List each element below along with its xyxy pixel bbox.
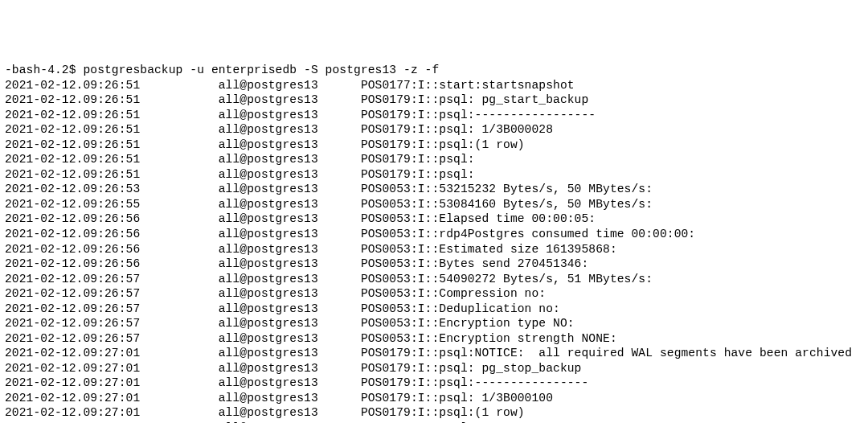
log-source: all@postgres13 — [219, 302, 361, 315]
log-source: all@postgres13 — [219, 317, 361, 330]
log-timestamp: 2021-02-12.09:26:51 — [5, 79, 219, 92]
log-line: 2021-02-12.09:26:56 all@postgres13 POS00… — [5, 257, 863, 272]
log-source: all@postgres13 — [219, 153, 361, 166]
log-message: POS0053:I::Deduplication no: — [361, 302, 560, 315]
log-source: all@postgres13 — [219, 168, 361, 181]
command-text: postgresbackup -u enterprisedb -S postgr… — [83, 64, 439, 76]
log-source: all@postgres13 — [219, 212, 361, 225]
log-timestamp: 2021-02-12.09:26:51 — [5, 138, 219, 151]
log-timestamp: 2021-02-12.09:27:01 — [5, 362, 219, 375]
log-message: POS0179:I::psql: 1/3B000028 — [361, 123, 553, 136]
log-timestamp: 2021-02-12.09:26:56 — [5, 212, 219, 225]
log-line: 2021-02-12.09:27:01 all@postgres13 POS01… — [5, 376, 863, 391]
log-line: 2021-02-12.09:26:57 all@postgres13 POS00… — [5, 272, 863, 287]
log-source: all@postgres13 — [219, 406, 361, 419]
log-message: POS0179:I::psql: — [361, 153, 475, 166]
log-source: all@postgres13 — [219, 79, 361, 92]
log-line: 2021-02-12.09:26:51 all@postgres13 POS01… — [5, 108, 863, 123]
log-message: POS0179:I::psql:(1 row) — [361, 406, 525, 419]
log-line: 2021-02-12.09:26:56 all@postgres13 POS00… — [5, 227, 863, 242]
log-timestamp: 2021-02-12.09:26:51 — [5, 93, 219, 106]
log-line: 2021-02-12.09:26:57 all@postgres13 POS00… — [5, 286, 863, 302]
log-line: 2021-02-12.09:27:01 all@postgres13 POS01… — [5, 361, 863, 376]
log-line: 2021-02-12.09:26:51 all@postgres13 POS01… — [5, 167, 863, 183]
log-line: 2021-02-12.09:26:56 all@postgres13 POS00… — [5, 242, 863, 257]
command-line: -bash-4.2$ postgresbackup -u enterprised… — [5, 63, 863, 78]
log-timestamp: 2021-02-12.09:26:56 — [5, 228, 219, 240]
terminal-output[interactable]: -bash-4.2$ postgresbackup -u enterprised… — [5, 63, 863, 423]
log-timestamp: 2021-02-12.09:26:57 — [5, 302, 219, 315]
log-timestamp: 2021-02-12.09:26:57 — [5, 287, 219, 300]
log-timestamp: 2021-02-12.09:26:51 — [5, 109, 219, 121]
log-timestamp: 2021-02-12.09:26:53 — [5, 183, 219, 195]
log-message: POS0053:I::54090272 Bytes/s, 51 MBytes/s… — [361, 273, 653, 285]
log-timestamp: 2021-02-12.09:26:57 — [5, 332, 219, 345]
log-line: 2021-02-12.09:26:51 all@postgres13 POS01… — [5, 122, 863, 138]
log-line: 2021-02-12.09:27:01 all@postgres13 POS01… — [5, 391, 863, 406]
log-source: all@postgres13 — [219, 273, 361, 285]
log-line: 2021-02-12.09:27:01 all@postgres13 POS01… — [5, 405, 863, 421]
log-message: POS0179:I::psql: — [361, 168, 475, 181]
shell-prompt: -bash-4.2$ — [5, 64, 83, 76]
log-message: POS0053:I::Bytes send 270451346: — [361, 257, 588, 270]
log-source: all@postgres13 — [219, 109, 361, 121]
log-source: all@postgres13 — [219, 362, 361, 375]
log-timestamp: 2021-02-12.09:26:57 — [5, 317, 219, 330]
log-line: 2021-02-12.09:26:57 all@postgres13 POS00… — [5, 331, 863, 347]
log-line: 2021-02-12.09:26:57 all@postgres13 POS00… — [5, 316, 863, 331]
log-timestamp: 2021-02-12.09:26:56 — [5, 257, 219, 270]
log-message: POS0053:I::rdp4Postgres consumed time 00… — [361, 228, 695, 240]
log-message: POS0053:I::53215232 Bytes/s, 50 MBytes/s… — [361, 183, 653, 195]
log-source: all@postgres13 — [219, 228, 361, 240]
log-timestamp: 2021-02-12.09:27:01 — [5, 392, 219, 405]
log-line: 2021-02-12.09:26:51 all@postgres13 POS01… — [5, 92, 863, 108]
log-timestamp: 2021-02-12.09:26:51 — [5, 168, 219, 181]
log-source: all@postgres13 — [219, 287, 361, 300]
log-line: 2021-02-12.09:26:53 all@postgres13 POS00… — [5, 182, 863, 197]
log-message: POS0179:I::psql: 1/3B000100 — [361, 392, 553, 405]
log-message: POS0179:I::psql: pg_start_backup — [361, 93, 588, 106]
log-timestamp: 2021-02-12.09:26:51 — [5, 123, 219, 136]
log-line: 2021-02-12.09:26:51 all@postgres13 POS01… — [5, 138, 863, 153]
log-message: POS0053:I::Encryption strength NONE: — [361, 332, 617, 345]
log-timestamp: 2021-02-12.09:26:56 — [5, 243, 219, 256]
log-timestamp: 2021-02-12.09:26:55 — [5, 198, 219, 211]
log-line: 2021-02-12.09:27:01 all@postgres13 POS01… — [5, 346, 863, 361]
log-message: POS0053:I::53084160 Bytes/s, 50 MBytes/s… — [361, 198, 653, 211]
log-source: all@postgres13 — [219, 347, 361, 359]
log-message: POS0053:I::Elapsed time 00:00:05: — [361, 212, 596, 225]
log-timestamp: 2021-02-12.09:26:51 — [5, 153, 219, 166]
log-message: POS0177:I::start:startsnapshot — [361, 79, 575, 92]
log-source: all@postgres13 — [219, 392, 361, 405]
log-source: all@postgres13 — [219, 198, 361, 211]
log-message: POS0179:I::psql:(1 row) — [361, 138, 525, 151]
log-timestamp: 2021-02-12.09:27:01 — [5, 376, 219, 389]
log-line: 2021-02-12.09:26:55 all@postgres13 POS00… — [5, 197, 863, 212]
log-line: 2021-02-12.09:26:56 all@postgres13 POS00… — [5, 212, 863, 227]
log-message: POS0053:I::Compression no: — [361, 287, 546, 300]
log-source: all@postgres13 — [219, 138, 361, 151]
log-message: POS0179:I::psql: pg_stop_backup — [361, 362, 582, 375]
log-message: POS0053:I::Estimated size 161395868: — [361, 243, 617, 256]
log-timestamp: 2021-02-12.09:27:01 — [5, 406, 219, 419]
log-source: all@postgres13 — [219, 257, 361, 270]
log-source: all@postgres13 — [219, 376, 361, 389]
log-source: all@postgres13 — [219, 332, 361, 345]
log-timestamp: 2021-02-12.09:27:01 — [5, 347, 219, 359]
log-message: POS0053:I::Encryption type NO: — [361, 317, 575, 330]
log-source: all@postgres13 — [219, 243, 361, 256]
log-source: all@postgres13 — [219, 93, 361, 106]
log-message: POS0179:I::psql:----------------- — [361, 109, 596, 121]
log-source: all@postgres13 — [219, 183, 361, 195]
log-line: 2021-02-12.09:26:51 all@postgres13 POS01… — [5, 78, 863, 93]
log-line: 2021-02-12.09:26:51 all@postgres13 POS01… — [5, 152, 863, 167]
log-message: POS0179:I::psql:NOTICE: all required WAL… — [361, 347, 852, 359]
log-line: 2021-02-12.09:26:57 all@postgres13 POS00… — [5, 302, 863, 317]
log-timestamp: 2021-02-12.09:26:57 — [5, 273, 219, 285]
log-message: POS0179:I::psql:---------------- — [361, 376, 588, 389]
log-source: all@postgres13 — [219, 123, 361, 136]
